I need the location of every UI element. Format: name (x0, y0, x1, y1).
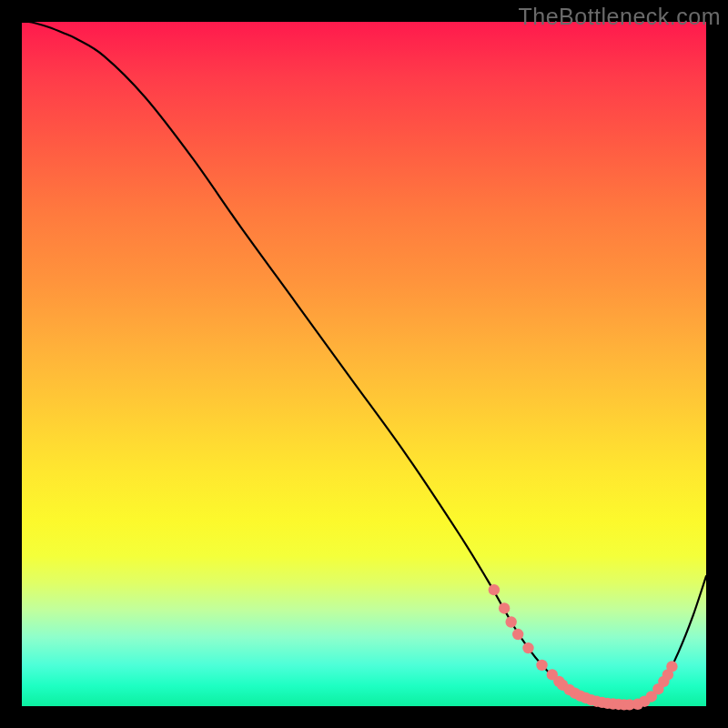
chart-svg (22, 22, 706, 706)
optimal-dot (512, 629, 523, 640)
optimal-range-dots (489, 584, 678, 711)
optimal-dot (489, 584, 500, 595)
optimal-dot (505, 616, 516, 627)
optimal-dot (666, 661, 677, 672)
bottleneck-curve (22, 22, 706, 705)
optimal-dot (522, 642, 533, 653)
optimal-dot (499, 602, 510, 613)
optimal-dot (536, 660, 547, 671)
